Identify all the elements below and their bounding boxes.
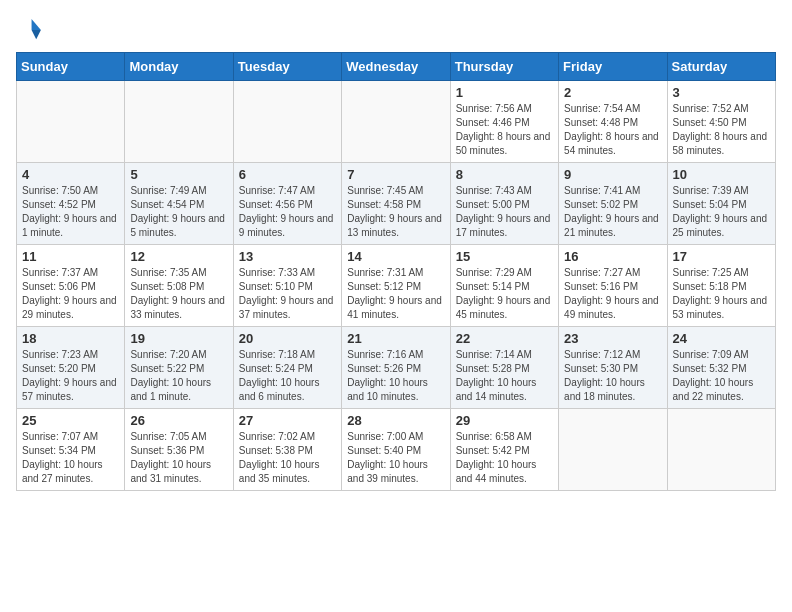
weekday-header-friday: Friday	[559, 53, 667, 81]
day-number: 16	[564, 249, 661, 264]
day-number: 5	[130, 167, 227, 182]
weekday-header-thursday: Thursday	[450, 53, 558, 81]
calendar-cell	[233, 81, 341, 163]
calendar-cell: 16Sunrise: 7:27 AMSunset: 5:16 PMDayligh…	[559, 245, 667, 327]
calendar-cell	[667, 409, 775, 491]
day-info: Sunrise: 7:18 AMSunset: 5:24 PMDaylight:…	[239, 348, 336, 404]
calendar-cell: 7Sunrise: 7:45 AMSunset: 4:58 PMDaylight…	[342, 163, 450, 245]
logo	[16, 16, 48, 44]
day-info: Sunrise: 7:09 AMSunset: 5:32 PMDaylight:…	[673, 348, 770, 404]
day-number: 18	[22, 331, 119, 346]
day-info: Sunrise: 7:33 AMSunset: 5:10 PMDaylight:…	[239, 266, 336, 322]
calendar-week-4: 18Sunrise: 7:23 AMSunset: 5:20 PMDayligh…	[17, 327, 776, 409]
day-info: Sunrise: 7:35 AMSunset: 5:08 PMDaylight:…	[130, 266, 227, 322]
day-info: Sunrise: 7:27 AMSunset: 5:16 PMDaylight:…	[564, 266, 661, 322]
day-number: 22	[456, 331, 553, 346]
day-number: 9	[564, 167, 661, 182]
day-number: 24	[673, 331, 770, 346]
calendar-cell: 20Sunrise: 7:18 AMSunset: 5:24 PMDayligh…	[233, 327, 341, 409]
calendar-cell: 19Sunrise: 7:20 AMSunset: 5:22 PMDayligh…	[125, 327, 233, 409]
calendar-cell	[559, 409, 667, 491]
calendar-cell	[125, 81, 233, 163]
day-number: 20	[239, 331, 336, 346]
day-number: 23	[564, 331, 661, 346]
day-number: 14	[347, 249, 444, 264]
calendar-cell: 3Sunrise: 7:52 AMSunset: 4:50 PMDaylight…	[667, 81, 775, 163]
day-info: Sunrise: 7:00 AMSunset: 5:40 PMDaylight:…	[347, 430, 444, 486]
day-info: Sunrise: 7:02 AMSunset: 5:38 PMDaylight:…	[239, 430, 336, 486]
calendar-cell: 23Sunrise: 7:12 AMSunset: 5:30 PMDayligh…	[559, 327, 667, 409]
calendar-cell: 11Sunrise: 7:37 AMSunset: 5:06 PMDayligh…	[17, 245, 125, 327]
day-info: Sunrise: 7:23 AMSunset: 5:20 PMDaylight:…	[22, 348, 119, 404]
day-number: 17	[673, 249, 770, 264]
day-info: Sunrise: 7:43 AMSunset: 5:00 PMDaylight:…	[456, 184, 553, 240]
calendar-week-3: 11Sunrise: 7:37 AMSunset: 5:06 PMDayligh…	[17, 245, 776, 327]
day-number: 7	[347, 167, 444, 182]
day-number: 4	[22, 167, 119, 182]
calendar-cell: 26Sunrise: 7:05 AMSunset: 5:36 PMDayligh…	[125, 409, 233, 491]
day-number: 28	[347, 413, 444, 428]
calendar-week-5: 25Sunrise: 7:07 AMSunset: 5:34 PMDayligh…	[17, 409, 776, 491]
calendar-cell: 4Sunrise: 7:50 AMSunset: 4:52 PMDaylight…	[17, 163, 125, 245]
day-info: Sunrise: 7:31 AMSunset: 5:12 PMDaylight:…	[347, 266, 444, 322]
weekday-header-row: SundayMondayTuesdayWednesdayThursdayFrid…	[17, 53, 776, 81]
calendar-week-1: 1Sunrise: 7:56 AMSunset: 4:46 PMDaylight…	[17, 81, 776, 163]
day-info: Sunrise: 7:52 AMSunset: 4:50 PMDaylight:…	[673, 102, 770, 158]
day-info: Sunrise: 7:49 AMSunset: 4:54 PMDaylight:…	[130, 184, 227, 240]
day-info: Sunrise: 7:56 AMSunset: 4:46 PMDaylight:…	[456, 102, 553, 158]
day-info: Sunrise: 7:14 AMSunset: 5:28 PMDaylight:…	[456, 348, 553, 404]
calendar-cell: 17Sunrise: 7:25 AMSunset: 5:18 PMDayligh…	[667, 245, 775, 327]
day-number: 25	[22, 413, 119, 428]
day-number: 11	[22, 249, 119, 264]
day-info: Sunrise: 7:25 AMSunset: 5:18 PMDaylight:…	[673, 266, 770, 322]
calendar-cell: 14Sunrise: 7:31 AMSunset: 5:12 PMDayligh…	[342, 245, 450, 327]
day-info: Sunrise: 6:58 AMSunset: 5:42 PMDaylight:…	[456, 430, 553, 486]
day-number: 8	[456, 167, 553, 182]
day-info: Sunrise: 7:05 AMSunset: 5:36 PMDaylight:…	[130, 430, 227, 486]
day-info: Sunrise: 7:29 AMSunset: 5:14 PMDaylight:…	[456, 266, 553, 322]
day-number: 15	[456, 249, 553, 264]
calendar-cell: 13Sunrise: 7:33 AMSunset: 5:10 PMDayligh…	[233, 245, 341, 327]
day-number: 21	[347, 331, 444, 346]
calendar-cell: 28Sunrise: 7:00 AMSunset: 5:40 PMDayligh…	[342, 409, 450, 491]
day-info: Sunrise: 7:41 AMSunset: 5:02 PMDaylight:…	[564, 184, 661, 240]
day-info: Sunrise: 7:39 AMSunset: 5:04 PMDaylight:…	[673, 184, 770, 240]
calendar-cell	[17, 81, 125, 163]
calendar-cell: 29Sunrise: 6:58 AMSunset: 5:42 PMDayligh…	[450, 409, 558, 491]
calendar-cell: 21Sunrise: 7:16 AMSunset: 5:26 PMDayligh…	[342, 327, 450, 409]
calendar-cell: 12Sunrise: 7:35 AMSunset: 5:08 PMDayligh…	[125, 245, 233, 327]
calendar-cell: 10Sunrise: 7:39 AMSunset: 5:04 PMDayligh…	[667, 163, 775, 245]
svg-marker-0	[32, 19, 41, 30]
calendar-cell: 1Sunrise: 7:56 AMSunset: 4:46 PMDaylight…	[450, 81, 558, 163]
weekday-header-monday: Monday	[125, 53, 233, 81]
day-info: Sunrise: 7:47 AMSunset: 4:56 PMDaylight:…	[239, 184, 336, 240]
day-number: 3	[673, 85, 770, 100]
logo-icon	[16, 16, 44, 44]
day-info: Sunrise: 7:20 AMSunset: 5:22 PMDaylight:…	[130, 348, 227, 404]
calendar-cell: 15Sunrise: 7:29 AMSunset: 5:14 PMDayligh…	[450, 245, 558, 327]
calendar-cell: 18Sunrise: 7:23 AMSunset: 5:20 PMDayligh…	[17, 327, 125, 409]
calendar-cell: 27Sunrise: 7:02 AMSunset: 5:38 PMDayligh…	[233, 409, 341, 491]
day-info: Sunrise: 7:45 AMSunset: 4:58 PMDaylight:…	[347, 184, 444, 240]
weekday-header-sunday: Sunday	[17, 53, 125, 81]
day-number: 1	[456, 85, 553, 100]
calendar-table: SundayMondayTuesdayWednesdayThursdayFrid…	[16, 52, 776, 491]
day-number: 26	[130, 413, 227, 428]
weekday-header-tuesday: Tuesday	[233, 53, 341, 81]
calendar-cell: 24Sunrise: 7:09 AMSunset: 5:32 PMDayligh…	[667, 327, 775, 409]
calendar-cell: 22Sunrise: 7:14 AMSunset: 5:28 PMDayligh…	[450, 327, 558, 409]
page-header	[16, 16, 776, 44]
day-info: Sunrise: 7:07 AMSunset: 5:34 PMDaylight:…	[22, 430, 119, 486]
weekday-header-wednesday: Wednesday	[342, 53, 450, 81]
svg-marker-1	[32, 30, 41, 39]
day-number: 12	[130, 249, 227, 264]
calendar-cell: 9Sunrise: 7:41 AMSunset: 5:02 PMDaylight…	[559, 163, 667, 245]
day-info: Sunrise: 7:37 AMSunset: 5:06 PMDaylight:…	[22, 266, 119, 322]
calendar-cell: 8Sunrise: 7:43 AMSunset: 5:00 PMDaylight…	[450, 163, 558, 245]
calendar-cell: 6Sunrise: 7:47 AMSunset: 4:56 PMDaylight…	[233, 163, 341, 245]
day-number: 29	[456, 413, 553, 428]
calendar-week-2: 4Sunrise: 7:50 AMSunset: 4:52 PMDaylight…	[17, 163, 776, 245]
day-info: Sunrise: 7:50 AMSunset: 4:52 PMDaylight:…	[22, 184, 119, 240]
calendar-cell: 5Sunrise: 7:49 AMSunset: 4:54 PMDaylight…	[125, 163, 233, 245]
calendar-cell	[342, 81, 450, 163]
